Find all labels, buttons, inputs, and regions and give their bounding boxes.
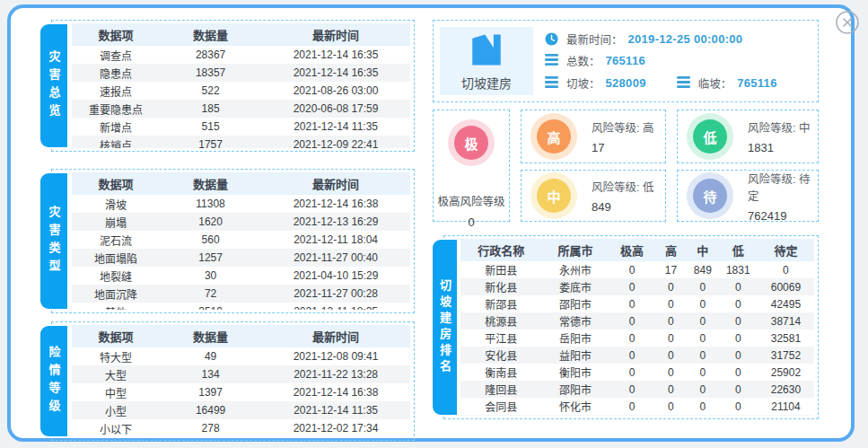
table-cell: 0 (687, 329, 718, 347)
table-cell: 中型 (72, 383, 160, 401)
medium-badge: 中 (537, 179, 571, 213)
table-cell: 2021-11-22 13:28 (261, 365, 410, 383)
table-cell: 38714 (758, 312, 814, 329)
latest-time-row: 最新时间： 2019-12-25 00:00:00 (545, 31, 811, 48)
table-row: 小型164992021-12-14 11:35 (72, 401, 410, 419)
column-header: 极高 (609, 239, 654, 261)
table-cell: 1757 (160, 136, 261, 148)
table-row: 新增点5152021-12-14 11:35 (72, 118, 410, 136)
table-cell: 0 (687, 381, 718, 398)
close-button[interactable] (835, 10, 860, 35)
column-header: 最新时间 (261, 23, 410, 46)
table-cell: 1620 (160, 213, 261, 231)
table-cell: 滑坡 (72, 195, 160, 213)
table-cell: 2021-12-14 11:35 (261, 401, 410, 419)
table-row: 地面沉降722021-11-27 00:28 (72, 285, 410, 303)
table-cell: 1397 (160, 383, 261, 401)
table-cell: 560 (160, 231, 261, 249)
table-cell: 3510 (160, 303, 261, 310)
table-row: 长沙县长沙市000017665 (460, 415, 814, 416)
table-cell: 0 (719, 312, 758, 329)
table-cell: 21104 (758, 398, 814, 415)
table-cell: 2021-12-14 16:38 (261, 383, 410, 401)
table-row: 特大型492021-12-08 09:41 (72, 347, 410, 365)
table-cell: 核销点 (72, 136, 160, 148)
table-cell: 泥石流 (72, 231, 160, 249)
slope-house-title: 切坡建房 (461, 74, 512, 92)
table-cell: 娄底市 (542, 278, 609, 295)
table-cell: 0 (719, 347, 758, 364)
risk-label: 风险等级: 中 (748, 119, 810, 136)
table-cell: 长沙县 (460, 415, 542, 416)
table-cell: 0 (687, 347, 718, 364)
column-header: 数据量 (160, 23, 261, 46)
table-cell: 18357 (160, 64, 261, 82)
column-header: 最新时间 (261, 325, 410, 347)
table-cell: 185 (160, 100, 261, 118)
column-header: 数据量 (160, 325, 261, 347)
table-cell: 0 (719, 329, 758, 347)
risk-value: 0 (468, 215, 474, 229)
table-cell: 地面塌陷 (72, 249, 160, 267)
table-cell: 25902 (758, 364, 814, 381)
table-cell: 0 (687, 364, 718, 381)
table-row: 速报点5222021-08-26 03:00 (72, 82, 410, 100)
table-cell: 0 (655, 415, 687, 416)
disaster-type-tab: 灾害类型 (40, 173, 67, 309)
table-cell: 0 (687, 398, 718, 415)
table-cell: 0 (687, 295, 718, 312)
table-cell: 28367 (160, 46, 261, 64)
risk-card-extreme: 极 极高风险等级 0 (433, 110, 510, 222)
table-cell: 49 (160, 347, 261, 365)
risk-label: 风险等级: 待定 (748, 170, 818, 204)
high-badge: 高 (537, 119, 571, 154)
table-row: 隐患点183572021-12-14 16:35 (72, 64, 410, 82)
total-label: 总数： (566, 52, 601, 69)
table-cell: 0 (719, 415, 758, 416)
table-cell: 134 (160, 365, 261, 383)
table-row: 滑坡113082021-12-14 16:38 (72, 195, 410, 213)
table-row: 桃源县常德市000038714 (460, 312, 814, 329)
table-cell: 0 (655, 347, 687, 364)
table-cell: 31752 (758, 347, 814, 364)
table-cell: 522 (160, 82, 261, 100)
table-cell: 岳阳市 (542, 329, 609, 347)
table-cell: 衡南县 (460, 364, 542, 381)
table-cell: 0 (655, 364, 687, 381)
column-header: 中 (687, 239, 718, 261)
table-cell: 0 (655, 398, 687, 415)
risk-card-low: 低 风险等级: 中 1831 (677, 110, 819, 163)
slope-counts-row: 切坡： 528009 临坡： 765116 (545, 75, 811, 92)
table-cell: 0 (609, 364, 654, 381)
column-header: 行政名称 (460, 239, 542, 261)
table-row: 衡南县衡阳市000025902 (460, 364, 814, 381)
table-row: 小以下2782021-12-02 17:34 (72, 419, 410, 437)
table-cell: 新田县 (460, 261, 542, 278)
table-cell: 0 (609, 295, 654, 312)
table-cell: 2020-06-08 17:59 (261, 100, 410, 118)
table-row: 地裂缝302021-04-10 15:29 (72, 267, 410, 285)
table-row: 安化县益阳市000031752 (460, 347, 814, 364)
slope-house-ranking-tab: 切坡建房排名 (433, 240, 457, 415)
table-cell: 11308 (160, 195, 261, 213)
danger-level-tab: 险情等级 (40, 326, 67, 436)
table-cell: 0 (655, 312, 687, 329)
table-cell: 30 (160, 267, 261, 285)
table-cell: 小以下 (72, 419, 160, 437)
disaster-overview-panel: 灾害总览 数据项数据量最新时间 调查点283672021-12-14 16:35… (40, 20, 415, 152)
column-header: 数据项 (72, 23, 160, 46)
table-cell: 桃源县 (460, 312, 542, 329)
table-cell: 0 (609, 329, 654, 347)
disaster-overview-tab: 灾害总览 (40, 24, 67, 147)
table-row: 重要隐患点1852020-06-08 17:59 (72, 100, 410, 118)
table-cell: 2021-04-10 15:29 (261, 267, 410, 285)
table-cell: 72 (160, 285, 261, 303)
table-cell: 0 (609, 381, 654, 398)
table-cell: 2021-12-11 18:04 (261, 231, 410, 249)
column-header: 低 (719, 239, 758, 261)
table-cell: 0 (758, 261, 814, 278)
total-row: 总数： 765116 (545, 52, 811, 69)
table-cell: 515 (160, 118, 261, 136)
table-cell: 17665 (758, 415, 814, 416)
table-cell: 长沙市 (542, 415, 609, 416)
